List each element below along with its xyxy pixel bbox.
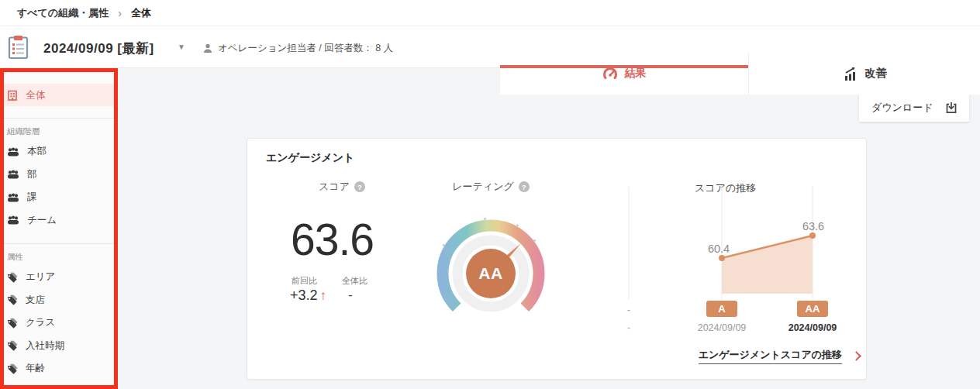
group-icon — [7, 193, 19, 202]
sidebar-item-label: 全体 — [26, 88, 46, 102]
trend-detail-link-row[interactable]: エンゲージメントスコアの推移 — [666, 348, 860, 364]
sidebar-item-ka[interactable]: 課 — [0, 186, 118, 209]
tag-icon — [7, 294, 18, 305]
overall-diff-value: - — [348, 287, 353, 303]
sidebar-item-label: 年齢 — [26, 362, 45, 375]
tab-improve-label: 改善 — [865, 67, 887, 81]
prev-diff-label: 前回比 — [292, 275, 317, 287]
chevron-right-icon: › — [118, 7, 122, 19]
rating-value: AA — [478, 264, 502, 282]
person-icon — [203, 43, 212, 53]
sidebar-divider — [0, 243, 118, 244]
rating-badge-a-label: A — [718, 303, 726, 315]
score-trend-chart: 60.4 63.6 - A AA - 2024/09/09 2024/09/09 — [613, 184, 861, 336]
group-icon — [7, 147, 19, 157]
gauge-icon — [602, 67, 618, 81]
point-label-prev: 60.4 — [708, 243, 730, 255]
sidebar-item-class[interactable]: クラス — [0, 312, 118, 335]
chevron-down-icon[interactable]: ▼ — [178, 43, 185, 51]
tag-icon — [7, 272, 18, 283]
sidebar-item-branch[interactable]: 支店 — [0, 289, 118, 312]
tab-results[interactable]: 結果 — [500, 53, 748, 95]
survey-clipboard-icon — [8, 35, 29, 60]
sidebar-item-bu[interactable]: 部 — [0, 164, 118, 187]
date-latest: 2024/09/09 — [788, 322, 837, 333]
sidebar-item-label: エリア — [26, 270, 55, 284]
rating-header: レーティング ? — [429, 180, 553, 194]
sidebar-item-label: 本部 — [27, 145, 47, 158]
respondent-meta-text: オペレーション担当者 / 回答者数： 8 人 — [218, 42, 393, 55]
card-title: エンゲージメント — [266, 151, 354, 165]
building-icon — [7, 90, 18, 101]
respondent-meta: オペレーション担当者 / 回答者数： 8 人 — [203, 42, 393, 55]
prev-diff-value: +3.2 ↑ — [290, 287, 326, 304]
sidebar-item-label: チーム — [27, 214, 57, 227]
date-prev: 2024/09/09 — [698, 322, 747, 333]
sidebar-item-label: 雇用形態 — [26, 385, 64, 389]
sidebar-item-all[interactable]: 全体 — [0, 84, 118, 106]
help-icon[interactable]: ? — [519, 181, 530, 192]
download-button[interactable]: ダウンロード — [859, 94, 969, 122]
download-icon — [944, 101, 958, 115]
sidebar: 全体 組織階層 本部 部 課 チーム 属性 エリア 支店 クラス 入社時期 年齢 — [0, 68, 118, 389]
breadcrumb: すべての組織・属性 › 全体 — [0, 0, 980, 26]
sidebar-section-attr: 属性 — [7, 252, 118, 263]
tag-icon — [7, 318, 18, 329]
help-icon[interactable]: ? — [354, 181, 365, 192]
group-icon — [7, 215, 19, 225]
point-label-latest: 63.6 — [802, 220, 824, 232]
tag-icon — [7, 363, 18, 374]
breadcrumb-current: 全体 — [131, 6, 151, 20]
download-button-label: ダウンロード — [871, 101, 933, 115]
sidebar-item-area[interactable]: エリア — [0, 266, 118, 289]
sidebar-item-label: 入社時期 — [26, 339, 64, 353]
sidebar-item-label: 支店 — [26, 294, 45, 307]
sidebar-item-age[interactable]: 年齢 — [0, 357, 118, 380]
chevron-right-icon — [851, 351, 861, 361]
sidebar-item-join-date[interactable]: 入社時期 — [0, 335, 118, 358]
tab-improve[interactable]: 改善 — [748, 53, 980, 95]
rating-header-label: レーティング — [452, 180, 514, 194]
date-placeholder: - — [627, 322, 630, 333]
active-tab-underline — [500, 65, 748, 68]
rating-badge-aa-label: AA — [806, 303, 820, 315]
breadcrumb-root[interactable]: すべての組織・属性 — [17, 6, 109, 20]
overall-diff-label: 全体比 — [342, 275, 368, 287]
arrow-up-icon: ↑ — [320, 288, 327, 304]
score-header-label: スコア — [319, 180, 350, 194]
app-header: 2024/09/09 [最新] ▼ オペレーション担当者 / 回答者数： 8 人… — [0, 26, 980, 68]
trend-up-chart-icon — [843, 67, 858, 81]
tab-results-label: 結果 — [625, 67, 647, 81]
sidebar-item-employment-type[interactable]: 雇用形態 — [0, 380, 118, 389]
sidebar-item-label: 課 — [27, 191, 37, 204]
score-value: 63.6 — [291, 218, 374, 262]
sidebar-item-label: 部 — [27, 168, 37, 181]
sidebar-divider — [0, 118, 118, 119]
sidebar-item-honbu[interactable]: 本部 — [0, 140, 118, 164]
tag-icon — [7, 386, 18, 389]
rating-placeholder: - — [627, 304, 630, 315]
sidebar-item-team[interactable]: チーム — [0, 209, 118, 232]
tag-icon — [7, 340, 18, 351]
sidebar-item-label: クラス — [26, 316, 55, 329]
score-header: スコア ? — [292, 180, 392, 194]
period-selector[interactable]: 2024/09/09 [最新] — [43, 40, 154, 57]
engagement-card: エンゲージメント スコア ? 63.6 前回比 全体比 +3.2 ↑ - レーテ… — [247, 138, 867, 380]
sidebar-section-org: 組織階層 — [7, 126, 118, 137]
rating-gauge-chart: AA — [425, 213, 557, 329]
trend-detail-link[interactable]: エンゲージメントスコアの推移 — [699, 348, 842, 364]
group-icon — [7, 170, 19, 179]
